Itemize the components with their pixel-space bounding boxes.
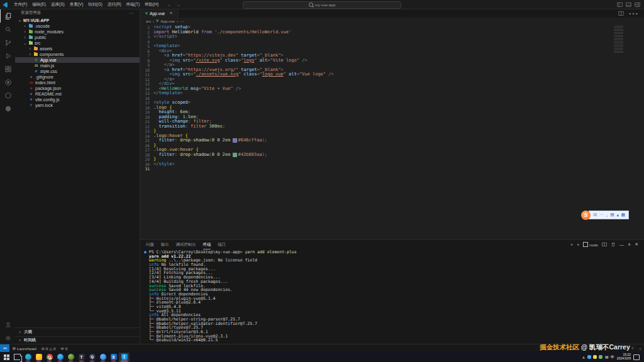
tray-chevron-icon[interactable]: ∧ — [582, 355, 585, 359]
menu-v[interactable]: 查看(V) — [67, 2, 86, 8]
sogou-tool-icon[interactable]: ↓ — [606, 213, 608, 217]
sogou-input-toolbar[interactable]: S ☒⋯↓▤♦▦ — [581, 210, 629, 220]
code-line-8[interactable]: 8 <img src="/vite.svg" class="logo" alt=… — [140, 58, 644, 63]
taskbar-file-explorer[interactable] — [33, 353, 44, 362]
tray-glyph-icon[interactable]: ▤ — [605, 354, 609, 360]
tree-item-readme-md[interactable]: ≡README.md — [15, 91, 140, 97]
panel-tab-输出[interactable]: 输出 — [161, 240, 169, 250]
code-line-14[interactable]: 14 <HelloWorld msg="Vite + Vue" /> — [140, 87, 644, 92]
sogou-tool-icon[interactable]: ▦ — [621, 212, 625, 217]
breadcrumb-item[interactable]: ⋯ — [180, 19, 184, 23]
customize-layout-icon[interactable] — [635, 2, 640, 8]
code-line-18[interactable]: 18.logo { — [140, 106, 644, 111]
taskbar-typora[interactable]: T — [76, 353, 87, 362]
minimize-panel-icon[interactable]: — — [619, 243, 624, 247]
tree-item-assets[interactable]: ›assets — [15, 46, 140, 52]
tree-item-yarn-lock[interactable]: Yyarn.lock — [15, 102, 140, 108]
tree-item--vscode[interactable]: ›.vscode — [15, 23, 140, 29]
activitybar-source-control-icon[interactable] — [0, 36, 15, 49]
tree-item-index-html[interactable]: <>index.html — [15, 80, 140, 85]
remote-indicator[interactable]: >< — [0, 344, 9, 352]
tray-app-icon[interactable] — [593, 355, 597, 359]
maximize-panel-icon[interactable]: ∧ — [628, 242, 631, 247]
cursor-position[interactable]: 行 31, 列 1 — [553, 344, 577, 352]
sogou-tool-icon[interactable]: ⋯ — [599, 212, 604, 217]
menu-s[interactable]: 选择(S) — [48, 2, 67, 8]
tree-item-vite-config-js[interactable]: ϟvite.config.js — [15, 97, 140, 102]
tree-item-components[interactable]: ›components — [15, 52, 140, 57]
breadcrumb-item[interactable]: src — [146, 19, 151, 23]
taskbar-vscode[interactable]: ⟨ — [119, 353, 130, 362]
code-line-23[interactable]: 23} — [140, 129, 644, 134]
activitybar-explorer-icon[interactable] — [0, 9, 15, 23]
code-line-22[interactable]: 22 transition: filter 300ms; — [140, 124, 644, 129]
panel-tab-端口[interactable]: 端口 — [218, 240, 226, 250]
command-center-search[interactable]: my-vue-app — [243, 1, 401, 9]
toggle-panel-icon[interactable] — [626, 2, 631, 8]
tree-root-folder[interactable]: ⌄ MY-VUE-APP — [15, 17, 140, 23]
minimap[interactable] — [614, 26, 623, 53]
taskbar-app-blue-dot[interactable] — [55, 353, 65, 362]
panel-tab-终端[interactable]: 终端 — [203, 240, 211, 250]
code-line-3[interactable]: 3</script> — [140, 35, 644, 40]
menu-h[interactable]: 帮助(H) — [142, 2, 161, 8]
tray-app-icon[interactable] — [587, 355, 591, 359]
panel-tab-问题[interactable]: 问题 — [146, 240, 154, 250]
tree-item-main-js[interactable]: JSmain.js — [15, 63, 140, 69]
tree-item-node-modules[interactable]: ›node_modules — [15, 29, 140, 35]
taskbar-start[interactable] — [1, 353, 12, 362]
history-back-icon[interactable]: ← — [167, 3, 172, 7]
split-editor-icon[interactable] — [618, 11, 624, 16]
taskbar-clock[interactable]: 15:22 2024/10/9 — [617, 353, 631, 361]
code-line-17[interactable]: 17<style scoped> — [140, 101, 644, 106]
new-terminal-icon[interactable]: + — [570, 243, 573, 247]
taskbar-app-lightblue[interactable] — [97, 353, 108, 362]
activitybar-dark-circle-ext-icon[interactable] — [0, 102, 15, 115]
code-line-12[interactable]: 12 </a> — [140, 77, 644, 82]
split-terminal-icon[interactable] — [602, 242, 607, 247]
launchpad-item[interactable]: ⚒ Launchpad — [9, 344, 38, 352]
tree-item-style-css[interactable]: #style.css — [15, 69, 140, 74]
close-tab-icon[interactable]: ✕ — [169, 11, 172, 16]
code-line-20[interactable]: 20 padding: 1.5em; — [140, 115, 644, 120]
code-line-16[interactable]: 16 — [140, 96, 644, 101]
breadcrumb[interactable]: src›VApp.vue›⋯ — [140, 18, 644, 24]
toggle-sidebar-icon[interactable] — [617, 2, 623, 8]
activitybar-extensions-icon[interactable] — [0, 62, 15, 75]
activitybar-hexagon-tool-icon[interactable] — [0, 89, 15, 102]
activitybar-live-preview-icon[interactable] — [0, 75, 15, 89]
terminal-profile-node[interactable]: node — [583, 242, 598, 247]
close-panel-icon[interactable]: ✕ — [635, 242, 638, 247]
code-line-4[interactable]: 4 — [140, 40, 644, 45]
activitybar-run-debug-icon[interactable] — [0, 49, 15, 62]
code-line-30[interactable]: 30</style> — [140, 162, 644, 167]
taskbar-qq[interactable]: Q — [87, 353, 97, 362]
taskbar-chrome-browser[interactable] — [44, 353, 55, 362]
code-line-5[interactable]: 5<template> — [140, 44, 644, 49]
activitybar-account-icon[interactable] — [0, 318, 15, 331]
code-line-31[interactable]: 31 — [140, 167, 644, 172]
taskbar-app-green[interactable] — [65, 353, 76, 362]
tree-item-src[interactable]: ⌄src — [15, 40, 140, 46]
code-editor[interactable]: 1<script setup>2import HelloWorld from '… — [140, 24, 644, 239]
tray-glyph-icon[interactable]: 中 — [611, 354, 614, 360]
sidebar-section-outline[interactable]: ›大纲 — [15, 327, 140, 336]
code-line-28[interactable]: 28 filter: drop-shadow(0 0 2em #42b883aa… — [140, 153, 644, 158]
code-line-15[interactable]: 15</template> — [140, 91, 644, 96]
notifications-bell-icon[interactable]: ○ — [636, 344, 644, 352]
sogou-tool-icon[interactable]: ♦ — [616, 213, 619, 217]
taskbar-app-navy[interactable]: X — [108, 353, 119, 362]
kill-terminal-icon[interactable] — [611, 242, 616, 247]
code-line-29[interactable]: 29} — [140, 157, 644, 162]
tree-item--gitignore[interactable]: ◆.gitignore — [15, 74, 140, 80]
code-line-19[interactable]: 19 height: 6em; — [140, 110, 644, 115]
tree-item-public[interactable]: ›public — [15, 35, 140, 40]
menu-f[interactable]: 文件(F) — [11, 2, 30, 8]
tray-app-icon[interactable] — [599, 355, 602, 359]
ports-item[interactable]: Ψ0 — [58, 344, 70, 352]
breadcrumb-item[interactable]: App.vue — [160, 19, 175, 23]
terminal-output[interactable]: ● PS C:\Users\Carrey\Desktop\my-vue-app>… — [140, 249, 644, 344]
sogou-tool-icon[interactable]: ▤ — [610, 212, 614, 217]
code-line-26[interactable]: 26} — [140, 143, 644, 148]
explorer-more-actions[interactable]: ⋯ — [130, 11, 134, 16]
